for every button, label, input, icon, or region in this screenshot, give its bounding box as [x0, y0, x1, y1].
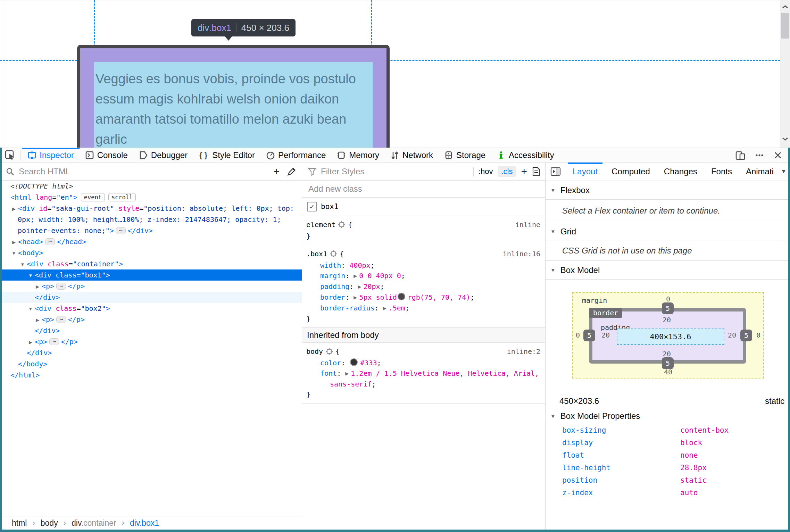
rule-source-link[interactable]: inline:16	[503, 249, 540, 259]
tree-row[interactable]: </html>	[0, 369, 302, 381]
breadcrumb-item[interactable]: html	[12, 518, 27, 528]
pick-element-button[interactable]	[0, 148, 20, 162]
breadcrumb-item[interactable]: div.box1	[130, 518, 159, 528]
rule-source-link[interactable]: inline:2	[507, 346, 540, 357]
tree-row[interactable]: </div>	[0, 347, 302, 358]
tree-row[interactable]: ▼<body>	[0, 247, 302, 258]
expander-down-icon[interactable]: ▼	[10, 248, 18, 259]
tab-memory[interactable]: Memory	[331, 148, 385, 162]
css-declaration[interactable]: margin: ▶0 0 40px 0;	[302, 271, 545, 281]
meatball-menu-icon[interactable]	[755, 150, 764, 160]
tree-row[interactable]: ▶<p>⋯</p>	[0, 336, 302, 347]
scroll-down-icon[interactable]	[782, 136, 789, 141]
margin-right-value[interactable]: 0	[756, 331, 760, 339]
tab-network[interactable]: Network	[385, 148, 439, 162]
css-declaration[interactable]: padding: ▶20px;	[302, 281, 545, 292]
scroll-up-icon[interactable]	[782, 5, 789, 9]
tree-row[interactable]: ▶<head>⋯</head>	[0, 236, 302, 247]
css-declaration[interactable]: font: ▶1.2em / 1.5 Helvetica Neue, Helve…	[302, 368, 545, 379]
tab-debugger[interactable]: Debugger	[133, 148, 193, 162]
scrollbar-thumb[interactable]	[781, 13, 789, 39]
highlight-selector-icon[interactable]	[326, 347, 333, 358]
expander-right-icon[interactable]: ▶	[10, 237, 18, 248]
tree-row[interactable]: 0px; width: 100%; height…100%; z-index: …	[0, 214, 302, 225]
tree-row[interactable]: <html lang="en">eventscroll	[0, 192, 302, 203]
padding-right-value[interactable]: 20	[728, 331, 736, 339]
tab-fonts[interactable]: Fonts	[704, 163, 739, 181]
eyedropper-icon[interactable]	[287, 167, 296, 176]
flexbox-section-header[interactable]: ▼ Flexbox	[546, 181, 790, 200]
tab-style-editor[interactable]: { }Style Editor	[193, 148, 260, 162]
box-model-property-row[interactable]: z-indexauto	[546, 487, 790, 499]
search-html-input[interactable]	[18, 166, 268, 177]
tab-computed[interactable]: Computed	[605, 163, 657, 181]
box-model-section-header[interactable]: ▼ Box Model	[546, 261, 790, 280]
add-new-class-input[interactable]	[308, 184, 540, 194]
tab-changes[interactable]: Changes	[657, 163, 704, 181]
rule-selector-line[interactable]: .box1{inline:16	[302, 249, 545, 260]
padding-top-value[interactable]: 20	[663, 316, 671, 324]
expander-down-icon[interactable]: ▼	[26, 304, 35, 315]
class-checkbox[interactable]: ✓	[307, 202, 317, 211]
padding-bottom-value[interactable]: 20	[663, 350, 671, 358]
expander-right-icon[interactable]: ▶	[354, 273, 357, 279]
expander-right-icon[interactable]: ▶	[26, 337, 35, 348]
css-declaration[interactable]: border-radius: ▶.5em;	[302, 303, 545, 314]
expander-right-icon[interactable]: ▶	[383, 306, 386, 311]
print-media-icon[interactable]	[532, 167, 540, 176]
border-right-value[interactable]: 5	[740, 330, 752, 341]
tree-row[interactable]: ▶<p>⋯</p>	[0, 314, 302, 325]
css-declaration[interactable]: width: 400px;	[302, 260, 545, 271]
tab-performance[interactable]: Performance	[260, 148, 331, 162]
expander-down-icon[interactable]: ▼	[26, 270, 35, 281]
css-declaration[interactable]: border: ▶5px solidrgb(75, 70, 74);	[302, 292, 545, 303]
box-model-property-row[interactable]: line-height28.8px	[546, 462, 790, 474]
tree-row[interactable]: ▼<div class="box2">	[0, 303, 302, 314]
page-scrollbar[interactable]	[780, 0, 790, 148]
expander-right-icon[interactable]: ▶	[358, 284, 361, 289]
border-bottom-value[interactable]: 5	[662, 357, 674, 369]
highlight-selector-icon[interactable]	[330, 250, 337, 260]
breadcrumb-item[interactable]: div.container	[72, 518, 116, 528]
tree-row[interactable]: pointer-events: none;">⋯</div>	[0, 225, 302, 236]
tab-animations[interactable]: Animati	[739, 163, 781, 181]
expander-right-icon[interactable]: ▶	[354, 295, 357, 300]
box-model-margin-box[interactable]: margin 0 0 0 40 border 5 5 5 5 padding 2…	[572, 292, 764, 379]
box-model-content-box[interactable]: 400×153.6	[617, 329, 724, 345]
box-model-property-row[interactable]: positionstatic	[546, 474, 790, 487]
tree-row[interactable]: ▼<div class="box1">	[0, 269, 302, 281]
margin-top-value[interactable]: 0	[666, 295, 670, 303]
expander-right-icon[interactable]: ▶	[345, 371, 349, 376]
tree-row[interactable]: ▶<div id="saka-gui-root" style="position…	[0, 203, 302, 214]
box-model-properties-header[interactable]: ▼ Box Model Properties	[546, 408, 790, 424]
padding-left-value[interactable]: 20	[601, 331, 610, 339]
add-node-button[interactable]: +	[273, 166, 280, 177]
margin-left-value[interactable]: 0	[576, 331, 580, 339]
tree-row[interactable]: </body>	[0, 358, 302, 369]
box-model-property-row[interactable]: displayblock	[546, 437, 790, 449]
tab-accessibility[interactable]: Accessibility	[491, 148, 560, 162]
expander-right-icon[interactable]: ▶	[33, 315, 42, 326]
expander-right-icon[interactable]: ▶	[10, 203, 18, 215]
toggle-pseudo-classes-button[interactable]: :hov	[479, 167, 493, 176]
rule-selector-line[interactable]: body{inline:2	[302, 346, 545, 358]
close-devtools-icon[interactable]	[773, 151, 782, 160]
grid-section-header[interactable]: ▼ Grid	[546, 222, 790, 241]
box-model-property-row[interactable]: box-sizingcontent-box	[546, 424, 790, 437]
border-top-value[interactable]: 5	[662, 302, 674, 314]
rule-selector-line[interactable]: element{inline	[302, 219, 545, 231]
sidebar-toggle-button[interactable]	[546, 167, 566, 176]
tab-inspector[interactable]: Inspector	[22, 148, 80, 162]
color-swatch[interactable]	[350, 358, 358, 366]
toggle-classes-button[interactable]: .cls	[498, 166, 516, 177]
highlight-selector-icon[interactable]	[338, 221, 345, 231]
tree-row[interactable]: </div>	[0, 292, 302, 303]
tree-row[interactable]: </div>	[0, 325, 302, 336]
tab-console[interactable]: Console	[80, 148, 133, 162]
breadcrumb-item[interactable]: body	[41, 518, 58, 528]
tree-row[interactable]: <!DOCTYPE html>	[0, 181, 302, 192]
box-model-property-row[interactable]: floatnone	[546, 449, 790, 462]
tree-row[interactable]: ▶<p>⋯</p>	[0, 281, 302, 292]
tab-layout[interactable]: Layout	[566, 163, 605, 181]
responsive-design-icon[interactable]	[735, 150, 746, 160]
